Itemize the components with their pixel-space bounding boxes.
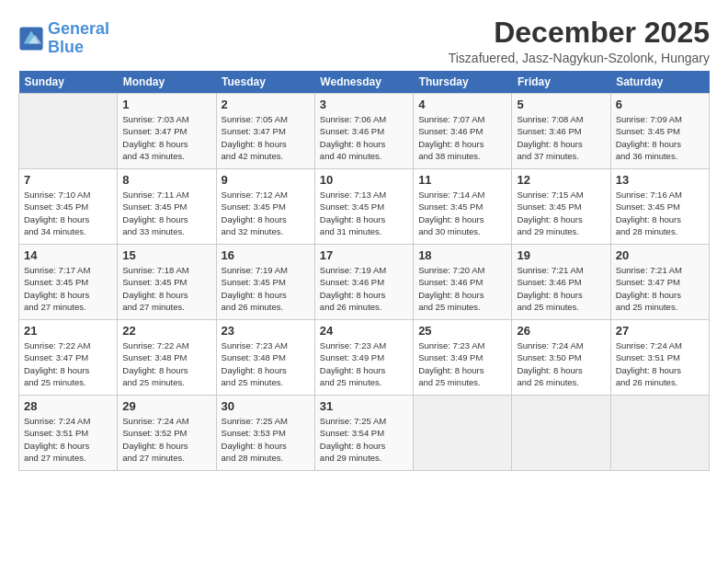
day-number: 6 xyxy=(616,98,704,111)
header-tuesday: Tuesday xyxy=(216,71,314,94)
day-number: 21 xyxy=(24,324,112,338)
day-cell: 28Sunrise: 7:24 AMSunset: 3:51 PMDayligh… xyxy=(19,396,118,471)
location: Tiszafuered, Jasz-Nagykun-Szolonk, Hunga… xyxy=(449,51,710,65)
day-number: 31 xyxy=(320,399,408,413)
day-number: 4 xyxy=(418,98,506,111)
day-cell: 30Sunrise: 7:25 AMSunset: 3:53 PMDayligh… xyxy=(216,396,314,471)
header-monday: Monday xyxy=(118,71,216,94)
day-number: 25 xyxy=(418,324,506,338)
day-number: 29 xyxy=(122,399,210,413)
day-number: 7 xyxy=(24,173,112,187)
day-cell: 21Sunrise: 7:22 AMSunset: 3:47 PMDayligh… xyxy=(19,320,118,396)
day-info: Sunrise: 7:22 AMSunset: 3:47 PMDaylight:… xyxy=(24,339,112,388)
day-info: Sunrise: 7:24 AMSunset: 3:52 PMDaylight:… xyxy=(122,415,210,464)
day-number: 24 xyxy=(320,324,408,338)
day-cell: 12Sunrise: 7:15 AMSunset: 3:45 PMDayligh… xyxy=(512,169,610,245)
day-info: Sunrise: 7:23 AMSunset: 3:48 PMDaylight:… xyxy=(222,339,310,388)
day-info: Sunrise: 7:23 AMSunset: 3:49 PMDaylight:… xyxy=(320,339,408,388)
day-cell: 13Sunrise: 7:16 AMSunset: 3:45 PMDayligh… xyxy=(610,169,709,245)
logo-icon xyxy=(18,26,44,52)
day-number: 27 xyxy=(616,324,704,338)
day-cell xyxy=(512,396,610,471)
day-info: Sunrise: 7:12 AMSunset: 3:45 PMDaylight:… xyxy=(222,189,310,237)
day-cell: 25Sunrise: 7:23 AMSunset: 3:49 PMDayligh… xyxy=(414,320,512,396)
day-number: 3 xyxy=(320,98,408,111)
day-info: Sunrise: 7:03 AMSunset: 3:47 PMDaylight:… xyxy=(122,113,210,162)
title-block: December 2025 Tiszafuered, Jasz-Nagykun-… xyxy=(449,17,710,65)
day-info: Sunrise: 7:15 AMSunset: 3:45 PMDaylight:… xyxy=(517,189,605,237)
day-cell: 10Sunrise: 7:13 AMSunset: 3:45 PMDayligh… xyxy=(314,169,413,245)
logo-line1: General xyxy=(48,19,109,38)
day-cell xyxy=(414,396,512,471)
day-cell xyxy=(610,396,709,471)
day-number: 23 xyxy=(222,324,310,338)
day-info: Sunrise: 7:17 AMSunset: 3:45 PMDaylight:… xyxy=(24,264,112,313)
day-cell: 22Sunrise: 7:22 AMSunset: 3:48 PMDayligh… xyxy=(118,320,216,396)
day-cell: 2Sunrise: 7:05 AMSunset: 3:47 PMDaylight… xyxy=(216,94,314,169)
week-row-4: 28Sunrise: 7:24 AMSunset: 3:51 PMDayligh… xyxy=(19,396,710,471)
logo-line2: Blue xyxy=(48,38,84,56)
day-cell: 16Sunrise: 7:19 AMSunset: 3:45 PMDayligh… xyxy=(216,245,314,320)
day-info: Sunrise: 7:05 AMSunset: 3:47 PMDaylight:… xyxy=(222,113,310,162)
header-row: SundayMondayTuesdayWednesdayThursdayFrid… xyxy=(19,71,710,94)
day-info: Sunrise: 7:13 AMSunset: 3:45 PMDaylight:… xyxy=(320,189,408,237)
day-number: 19 xyxy=(517,248,605,262)
day-cell: 7Sunrise: 7:10 AMSunset: 3:45 PMDaylight… xyxy=(19,169,118,245)
header-sunday: Sunday xyxy=(19,71,118,94)
header-saturday: Saturday xyxy=(610,71,709,94)
day-cell: 29Sunrise: 7:24 AMSunset: 3:52 PMDayligh… xyxy=(118,396,216,471)
day-info: Sunrise: 7:23 AMSunset: 3:49 PMDaylight:… xyxy=(418,339,506,388)
day-cell: 20Sunrise: 7:21 AMSunset: 3:47 PMDayligh… xyxy=(610,245,709,320)
day-info: Sunrise: 7:09 AMSunset: 3:45 PMDaylight:… xyxy=(616,113,704,162)
day-number: 1 xyxy=(122,98,210,111)
day-info: Sunrise: 7:16 AMSunset: 3:45 PMDaylight:… xyxy=(616,189,704,237)
day-info: Sunrise: 7:19 AMSunset: 3:45 PMDaylight:… xyxy=(222,264,310,313)
day-info: Sunrise: 7:21 AMSunset: 3:47 PMDaylight:… xyxy=(616,264,704,313)
day-cell: 31Sunrise: 7:25 AMSunset: 3:54 PMDayligh… xyxy=(314,396,413,471)
day-number: 26 xyxy=(517,324,605,338)
day-info: Sunrise: 7:24 AMSunset: 3:51 PMDaylight:… xyxy=(24,415,112,464)
day-cell: 27Sunrise: 7:24 AMSunset: 3:51 PMDayligh… xyxy=(610,320,709,396)
day-number: 11 xyxy=(418,173,506,187)
day-cell: 14Sunrise: 7:17 AMSunset: 3:45 PMDayligh… xyxy=(19,245,118,320)
day-cell: 26Sunrise: 7:24 AMSunset: 3:50 PMDayligh… xyxy=(512,320,610,396)
header-thursday: Thursday xyxy=(414,71,512,94)
header-wednesday: Wednesday xyxy=(314,71,413,94)
day-cell: 11Sunrise: 7:14 AMSunset: 3:45 PMDayligh… xyxy=(414,169,512,245)
day-number: 13 xyxy=(616,173,704,187)
day-cell: 8Sunrise: 7:11 AMSunset: 3:45 PMDaylight… xyxy=(118,169,216,245)
week-row-0: 1Sunrise: 7:03 AMSunset: 3:47 PMDaylight… xyxy=(19,94,710,169)
day-number: 15 xyxy=(122,248,210,262)
day-info: Sunrise: 7:08 AMSunset: 3:46 PMDaylight:… xyxy=(517,113,605,162)
week-row-3: 21Sunrise: 7:22 AMSunset: 3:47 PMDayligh… xyxy=(19,320,710,396)
day-info: Sunrise: 7:20 AMSunset: 3:46 PMDaylight:… xyxy=(418,264,506,313)
logo: General Blue xyxy=(18,20,109,57)
day-info: Sunrise: 7:14 AMSunset: 3:45 PMDaylight:… xyxy=(418,189,506,237)
day-number: 2 xyxy=(222,98,310,111)
day-number: 18 xyxy=(418,248,506,262)
day-info: Sunrise: 7:22 AMSunset: 3:48 PMDaylight:… xyxy=(122,339,210,388)
day-number: 10 xyxy=(320,173,408,187)
month-title: December 2025 xyxy=(449,17,710,49)
day-cell: 17Sunrise: 7:19 AMSunset: 3:46 PMDayligh… xyxy=(314,245,413,320)
day-number: 5 xyxy=(517,98,605,111)
day-info: Sunrise: 7:11 AMSunset: 3:45 PMDaylight:… xyxy=(122,189,210,237)
day-cell: 9Sunrise: 7:12 AMSunset: 3:45 PMDaylight… xyxy=(216,169,314,245)
day-number: 28 xyxy=(24,399,112,413)
logo-text: General Blue xyxy=(48,20,109,57)
day-info: Sunrise: 7:06 AMSunset: 3:46 PMDaylight:… xyxy=(320,113,408,162)
day-info: Sunrise: 7:18 AMSunset: 3:45 PMDaylight:… xyxy=(122,264,210,313)
day-cell: 23Sunrise: 7:23 AMSunset: 3:48 PMDayligh… xyxy=(216,320,314,396)
day-number: 14 xyxy=(24,248,112,262)
day-info: Sunrise: 7:07 AMSunset: 3:46 PMDaylight:… xyxy=(418,113,506,162)
day-number: 20 xyxy=(616,248,704,262)
day-number: 8 xyxy=(122,173,210,187)
day-cell: 4Sunrise: 7:07 AMSunset: 3:46 PMDaylight… xyxy=(414,94,512,169)
day-cell: 19Sunrise: 7:21 AMSunset: 3:46 PMDayligh… xyxy=(512,245,610,320)
day-number: 9 xyxy=(222,173,310,187)
day-info: Sunrise: 7:21 AMSunset: 3:46 PMDaylight:… xyxy=(517,264,605,313)
week-row-2: 14Sunrise: 7:17 AMSunset: 3:45 PMDayligh… xyxy=(19,245,710,320)
day-info: Sunrise: 7:25 AMSunset: 3:53 PMDaylight:… xyxy=(222,415,310,464)
day-cell xyxy=(19,94,118,169)
day-info: Sunrise: 7:25 AMSunset: 3:54 PMDaylight:… xyxy=(320,415,408,464)
